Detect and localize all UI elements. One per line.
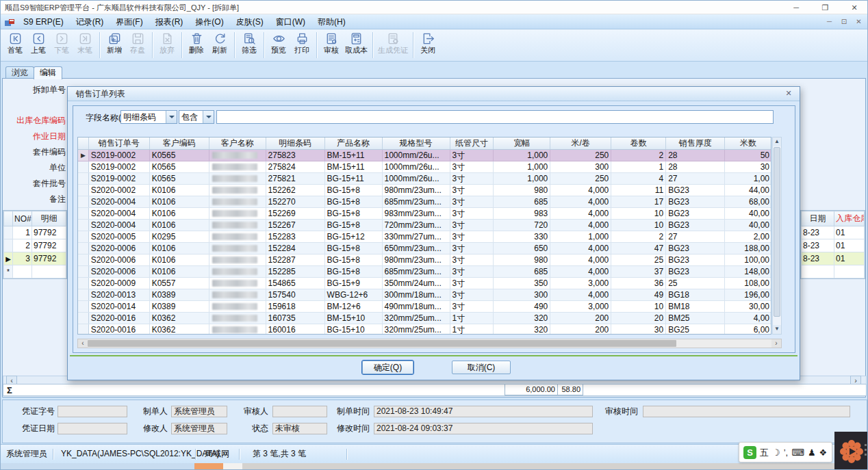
table-row[interactable]: S2020-0006K0106152287BG-15+8980mm/23um..… [78, 254, 771, 266]
vertical-scroll-thumb[interactable] [774, 147, 780, 317]
grid-horizontal-scrollbar[interactable]: ‹ › [77, 339, 782, 348]
table-row[interactable]: S2020-0006K0106152285BG-15+8685mm/23um..… [78, 266, 771, 278]
table-row[interactable]: S2020-0004K0106152270BG-15+8685mm/23um..… [78, 196, 771, 208]
cell: K0106 [149, 220, 209, 231]
toolbar-button-trash[interactable]: 删除 [185, 31, 208, 61]
table-row[interactable]: 8-2301 [802, 226, 865, 239]
toolbar-button-eye[interactable]: 预览 [267, 31, 290, 61]
taskbar-fragment-orange [194, 463, 223, 470]
toolbar-button-filter[interactable]: 筛选 [238, 31, 261, 61]
menu-item-0[interactable]: S9 ERP(E) [17, 14, 70, 29]
column-header[interactable]: 规格型号 [382, 138, 450, 150]
scroll-left-icon[interactable]: ‹ [78, 339, 88, 348]
ime-item-1-icon[interactable]: ☽ [772, 446, 780, 459]
cell: S2020-0016 [88, 324, 149, 335]
table-row[interactable]: S2020-0004K0106152267BG-15+8720mm/23um..… [78, 220, 771, 231]
ime-item-0-icon[interactable]: 五 [760, 446, 769, 459]
scroll-up-icon[interactable]: ▲ [773, 138, 781, 146]
minimize-icon[interactable]: ─ [783, 1, 809, 15]
dialog-title-bar[interactable]: 销售订单列表 ✕ [68, 87, 800, 101]
cell: 154865 [266, 278, 324, 289]
restore-icon[interactable]: ❐ [813, 1, 839, 15]
toolbar-button-doc-new[interactable]: 新增 [103, 31, 126, 61]
ime-item-2-icon[interactable]: ’, [784, 446, 789, 459]
ime-item-3-icon[interactable]: ⌨ [791, 446, 804, 459]
column-header[interactable]: 宽幅 [494, 138, 550, 150]
mdi-minimize-icon[interactable]: ─ [824, 14, 835, 29]
table-row[interactable]: ▶397792 [4, 252, 66, 265]
toolbar-button-audit[interactable]: 审核 [320, 31, 343, 61]
table-row[interactable] [802, 265, 865, 278]
column-header[interactable]: 纸管尺寸 [450, 138, 494, 150]
filter-value-input[interactable] [216, 110, 774, 124]
table-row[interactable]: S2020-0004K0106152269BG-15+8983mm/23um..… [78, 208, 771, 220]
chevron-down-icon[interactable] [166, 111, 177, 123]
ime-item-5-icon[interactable]: ❖ [819, 446, 828, 459]
column-header[interactable]: 销售订单号 [88, 138, 149, 150]
table-row[interactable]: S2020-0014K0389159618BM-12+6490mm/18um..… [78, 301, 771, 313]
tab-edit[interactable]: 编辑 [34, 66, 62, 79]
menu-item-4[interactable]: 操作(O) [189, 14, 229, 29]
table-row[interactable]: 197792 [4, 226, 66, 239]
table-row[interactable]: S2020-0002K0106152262BG-15+8980mm/23um..… [78, 185, 771, 196]
column-header[interactable]: 明细条码 [266, 138, 324, 150]
filter-field-select[interactable]: 明细条码 [120, 110, 177, 124]
toolbar-button-refresh[interactable]: 刷新 [208, 31, 231, 61]
column-header[interactable]: 米数 [725, 138, 771, 150]
cancel-button[interactable]: 取消(C) [452, 361, 511, 374]
table-row[interactable]: S2020-0013K0389157540WBG-12+6300mm/18um.… [78, 289, 771, 301]
mdi-restore-icon[interactable]: ⊡ [839, 14, 850, 29]
tab-browse[interactable]: 浏览 [5, 66, 34, 79]
table-row[interactable]: S2019-0002K0565275824BM-15+111000mm/26u.… [78, 161, 771, 173]
app-icon [5, 18, 14, 30]
column-header[interactable]: 客户名称 [209, 138, 266, 150]
table-row[interactable]: S2019-0002K0565275821BG-15+111000mm/26u.… [78, 173, 771, 185]
filter-operator-select[interactable]: 包含 [179, 110, 214, 124]
toolbar-button-nav-prev[interactable]: 上笔 [27, 31, 50, 61]
menu-item-5[interactable]: 皮肤(S) [230, 14, 270, 29]
cell: BG-15+8 [324, 208, 382, 220]
column-header[interactable]: 销售厚度 [666, 138, 725, 150]
cell: 980 [494, 254, 550, 266]
table-row[interactable]: 297792 [4, 239, 66, 252]
table-row[interactable]: * [4, 265, 66, 278]
table-row[interactable]: S2020-0009K0557154865BG-15+9350mm/24um..… [78, 278, 771, 289]
menu-item-7[interactable]: 帮助(H) [311, 14, 352, 29]
menu-item-3[interactable]: 报表(R) [149, 14, 190, 29]
mdi-close-icon[interactable]: ✕ [853, 14, 865, 29]
grid-vertical-scrollbar[interactable]: ▲ ▼ [772, 137, 782, 335]
cell: 40,00 [725, 208, 771, 220]
horizontal-scroll-thumb[interactable] [88, 340, 676, 347]
status-database: YK_DATA(JAMES-PC\SQL2012:YK_DATA) [61, 445, 220, 463]
cell: 44,00 [725, 185, 771, 196]
close-icon[interactable]: ✕ [841, 1, 867, 15]
column-header[interactable]: 卷数 [611, 138, 666, 150]
ime-item-4-icon[interactable]: ♟ [808, 446, 816, 459]
column-header[interactable]: 客户编码 [149, 138, 209, 150]
table-row[interactable]: S2020-0006K0106152284BG-15+8650mm/23um..… [78, 243, 771, 254]
cell: 1,000 [550, 231, 611, 243]
toolbar-button-calculator[interactable]: 取成本 [343, 31, 370, 61]
toolbar-button-exit[interactable]: 关闭 [416, 31, 439, 61]
table-row[interactable]: 8-2301 [802, 239, 865, 252]
table-row[interactable]: S2020-0016K0362160016BG-15+10320mm/25um.… [78, 324, 771, 335]
menu-item-2[interactable]: 界面(F) [110, 14, 149, 29]
menu-item-6[interactable]: 窗口(W) [270, 14, 311, 29]
cell: 1,000 [494, 161, 550, 173]
table-row[interactable]: 8-2301 [802, 252, 865, 265]
ime-logo-icon[interactable]: S [743, 446, 756, 459]
chevron-down-icon[interactable] [203, 111, 214, 123]
toolbar-button-nav-first[interactable]: 首笔 [3, 31, 27, 61]
scroll-down-icon[interactable]: ▼ [773, 325, 781, 334]
table-row[interactable]: ▶S2019-0002K0565275823BM-15+111000mm/26u… [78, 150, 771, 161]
column-header[interactable]: 米/卷 [550, 138, 611, 150]
column-header[interactable]: 产品名称 [324, 138, 382, 150]
table-row[interactable]: S2020-0005K0295152283BG-15+12330mm/27um.… [78, 231, 771, 243]
table-row[interactable]: S2020-0016K0362160735BM-15+10320mm/25um.… [78, 313, 771, 324]
ok-button[interactable]: 确定(Q) [362, 361, 413, 374]
scroll-right-icon[interactable]: › [771, 339, 781, 348]
desktop-app-logo[interactable] [834, 432, 868, 470]
toolbar-button-printer[interactable]: 打印 [290, 31, 314, 61]
dialog-close-icon[interactable]: ✕ [783, 88, 794, 99]
menu-item-1[interactable]: 记录(R) [70, 14, 110, 29]
